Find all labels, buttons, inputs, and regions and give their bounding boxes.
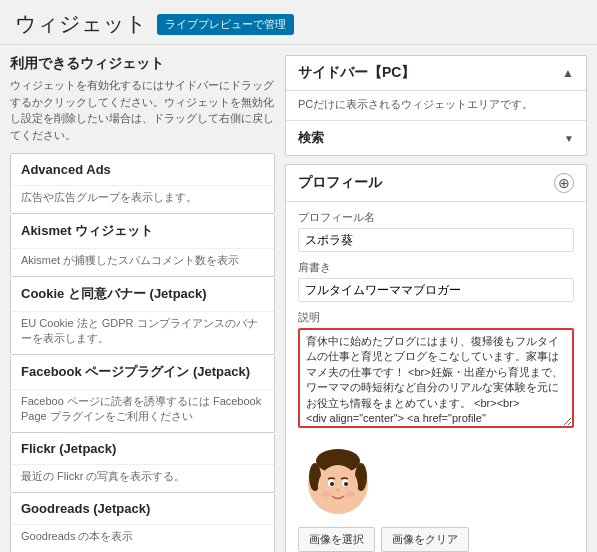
widget-item-flickr-desc: 最近の Flickr の写真を表示する。 (11, 465, 274, 492)
svg-point-8 (344, 482, 348, 486)
svg-point-4 (318, 465, 358, 509)
widget-list: Advanced Ads 広告や広告グループを表示します。 Akismet ウィ… (10, 153, 275, 552)
avatar-svg (298, 439, 378, 519)
available-widgets-desc: ウィジェットを有効化するにはサイドバーにドラッグするかクリックしてください。ウィ… (10, 77, 275, 143)
search-collapse-icon: ▼ (564, 133, 574, 144)
avatar-area: 画像を選択 画像をクリア この画像で確定 (298, 439, 574, 552)
profile-widget-content: プロフィール名 肩書き 説明 (286, 202, 586, 552)
widget-item-advanced-ads: Advanced Ads 広告や広告グループを表示します。 (10, 153, 275, 214)
profile-name-label: プロフィール名 (298, 210, 574, 225)
profile-name-row: プロフィール名 (298, 210, 574, 252)
widget-item-facebook-desc: Faceboo ページに読者を誘導するには Facebook Page プラグイ… (11, 390, 274, 432)
widget-item-cookie-desc: EU Cookie 法と GDPR コンプライアンスのバナーを表示します。 (11, 312, 274, 354)
profile-widget-title: プロフィール (298, 174, 382, 192)
widget-item-flickr: Flickr (Jetpack) 最近の Flickr の写真を表示する。 (10, 433, 275, 493)
sidebar-box-title: サイドバー【PC】 (298, 64, 415, 82)
clear-image-button[interactable]: 画像をクリア (381, 527, 469, 552)
widget-item-cookie: Cookie と同意バナー (Jetpack) EU Cookie 法と GDP… (10, 277, 275, 355)
widget-item-flickr-header[interactable]: Flickr (Jetpack) (11, 433, 274, 465)
main-content: 利用できるウィジェット ウィジェットを有効化するにはサイドバーにドラッグするかク… (0, 45, 597, 552)
svg-point-6 (330, 482, 334, 486)
profile-desc-textarea[interactable] (298, 328, 574, 428)
widget-item-advanced-ads-header[interactable]: Advanced Ads (11, 154, 274, 186)
widget-item-facebook: Facebook ページプラグイン (Jetpack) Faceboo ページに… (10, 355, 275, 433)
widget-item-akismet-desc: Akismet が捕獲したスパムコメント数を表示 (11, 249, 274, 276)
search-widget-label: 検索 (298, 129, 324, 147)
select-image-button[interactable]: 画像を選択 (298, 527, 375, 552)
widget-item-facebook-header[interactable]: Facebook ページプラグイン (Jetpack) (11, 355, 274, 390)
sidebar-box-header[interactable]: サイドバー【PC】 ▲ (286, 56, 586, 91)
left-panel: 利用できるウィジェット ウィジェットを有効化するにはサイドバーにドラッグするかク… (10, 55, 275, 552)
page-header: ウィジェット ライブプレビューで管理 (0, 0, 597, 45)
profile-widget-toggle-icon[interactable]: ⊕ (554, 173, 574, 193)
available-widgets-title: 利用できるウィジェット (10, 55, 275, 73)
widget-item-goodreads-header[interactable]: Goodreads (Jetpack) (11, 493, 274, 525)
profile-bio-label: 肩書き (298, 260, 574, 275)
widget-item-goodreads-desc: Goodreads の本を表示 (11, 525, 274, 552)
right-panel: サイドバー【PC】 ▲ PCだけに表示されるウィジェットエリアです。 検索 ▼ … (285, 55, 587, 552)
sidebar-box: サイドバー【PC】 ▲ PCだけに表示されるウィジェットエリアです。 検索 ▼ (285, 55, 587, 156)
page-wrapper: ウィジェット ライブプレビューで管理 利用できるウィジェット ウィジェットを有効… (0, 0, 597, 552)
avatar-buttons: 画像を選択 画像をクリア (298, 527, 469, 552)
widget-item-goodreads: Goodreads (Jetpack) Goodreads の本を表示 (10, 493, 275, 552)
page-title: ウィジェット (15, 10, 147, 38)
sidebar-box-desc: PCだけに表示されるウィジェットエリアです。 (286, 91, 586, 120)
profile-widget-header[interactable]: プロフィール ⊕ (286, 165, 586, 202)
profile-widget: プロフィール ⊕ プロフィール名 肩書き 説明 (285, 164, 587, 552)
sidebar-collapse-icon: ▲ (562, 66, 574, 80)
svg-point-10 (321, 491, 331, 497)
profile-bio-input[interactable] (298, 278, 574, 302)
profile-bio-row: 肩書き (298, 260, 574, 302)
widget-item-advanced-ads-desc: 広告や広告グループを表示します。 (11, 186, 274, 213)
profile-desc-label: 説明 (298, 310, 574, 325)
live-preview-button[interactable]: ライブプレビューで管理 (157, 14, 294, 35)
widget-item-cookie-header[interactable]: Cookie と同意バナー (Jetpack) (11, 277, 274, 312)
search-widget[interactable]: 検索 ▼ (286, 120, 586, 155)
profile-desc-row: 説明 (298, 310, 574, 431)
svg-point-9 (336, 489, 340, 492)
widget-item-akismet-header[interactable]: Akismet ウィジェット (11, 214, 274, 249)
widget-item-akismet: Akismet ウィジェット Akismet が捕獲したスパムコメント数を表示 (10, 214, 275, 277)
svg-point-11 (345, 491, 355, 497)
profile-name-input[interactable] (298, 228, 574, 252)
avatar-image (298, 439, 378, 519)
